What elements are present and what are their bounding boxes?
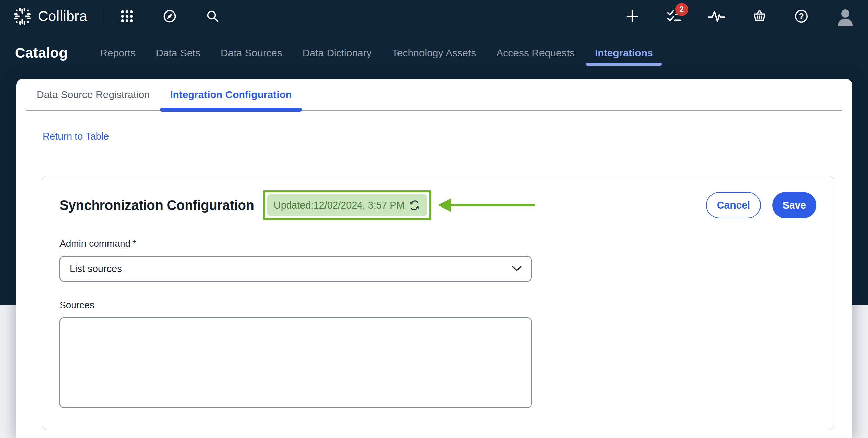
return-to-table-link[interactable]: Return to Table <box>43 131 109 142</box>
search-icon[interactable] <box>206 9 220 23</box>
panel-title: Synchronization Configuration <box>59 198 254 213</box>
admin-command-label: Admin command* <box>59 238 816 249</box>
admin-command-value: List sources <box>70 263 122 274</box>
collibra-logo[interactable]: Collibra <box>13 7 87 26</box>
create-plus-icon[interactable] <box>625 9 640 23</box>
nav-tab-data-dictionary[interactable]: Data Dictionary <box>292 32 382 74</box>
sources-textarea[interactable] <box>59 317 532 408</box>
basket-icon[interactable] <box>752 8 767 24</box>
chevron-down-icon <box>512 266 522 271</box>
avatar[interactable] <box>836 6 855 26</box>
apps-grid-icon[interactable] <box>120 9 134 23</box>
annotation-arrow <box>438 197 536 213</box>
topbar: Collibra <box>0 0 868 32</box>
compass-icon[interactable] <box>162 9 177 24</box>
tasks-icon[interactable]: 2 <box>666 8 681 24</box>
topbar-divider <box>105 5 105 27</box>
save-button[interactable]: Save <box>772 192 816 218</box>
nav-tab-data-sets[interactable]: Data Sets <box>146 32 211 74</box>
subtab-data-source-registration[interactable]: Data Source Registration <box>26 79 160 110</box>
svg-text:?: ? <box>799 11 804 21</box>
nav-tab-integrations[interactable]: Integrations <box>585 32 663 74</box>
annotation-box: Updated:12/02/2024, 3:57 PM <box>263 190 431 220</box>
required-marker: * <box>132 238 136 249</box>
catalog-nav: Catalog Reports Data Sets Data Sources D… <box>0 32 868 74</box>
brand-name: Collibra <box>38 8 87 24</box>
nav-tab-technology-assets[interactable]: Technology Assets <box>382 32 486 74</box>
updated-badge: Updated:12/02/2024, 3:57 PM <box>267 194 427 216</box>
subtabs: Data Source Registration Integration Con… <box>26 79 842 111</box>
page-title: Catalog <box>15 45 68 61</box>
sync-configuration-panel: Synchronization Configuration Updated:12… <box>42 176 834 430</box>
panel-header: Synchronization Configuration Updated:12… <box>59 190 816 220</box>
sync-icon[interactable] <box>409 199 420 211</box>
notification-badge: 2 <box>675 3 688 16</box>
admin-command-select[interactable]: List sources <box>59 256 532 282</box>
collibra-logo-icon <box>13 7 32 26</box>
activity-icon[interactable] <box>708 9 725 24</box>
subtab-integration-configuration[interactable]: Integration Configuration <box>160 79 302 110</box>
help-icon[interactable]: ? <box>794 8 809 24</box>
updated-timestamp: Updated:12/02/2024, 3:57 PM <box>274 200 405 211</box>
panel-actions: Cancel Save <box>706 192 816 218</box>
nav-tab-access-requests[interactable]: Access Requests <box>486 32 585 74</box>
nav-tab-reports[interactable]: Reports <box>90 32 146 74</box>
nav-tab-data-sources[interactable]: Data Sources <box>211 32 292 74</box>
sources-label: Sources <box>59 300 816 311</box>
nav-tabs: Reports Data Sets Data Sources Data Dict… <box>90 32 663 74</box>
page-card: Data Source Registration Integration Con… <box>16 79 852 438</box>
cancel-button[interactable]: Cancel <box>706 192 761 218</box>
